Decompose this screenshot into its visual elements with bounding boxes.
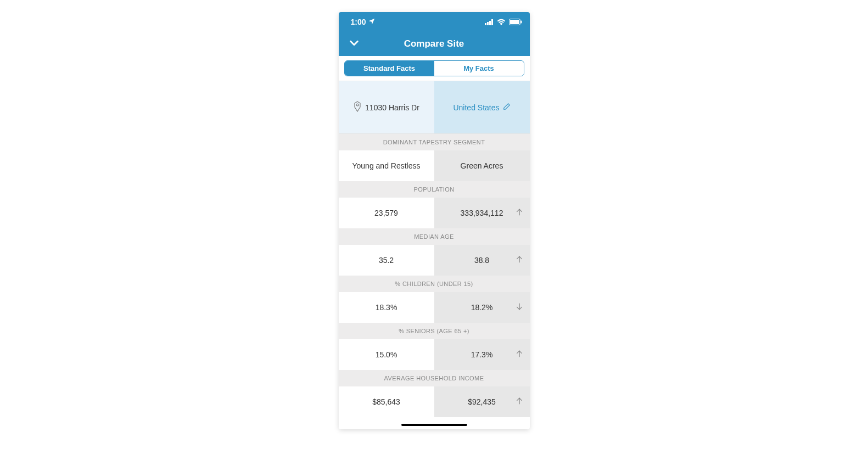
content-scroll[interactable]: 11030 Harris Dr United States DOMINANT T…: [339, 81, 530, 429]
section-header: POPULATION: [339, 181, 530, 198]
trend-up-icon: [516, 350, 523, 360]
location-services-icon: [368, 18, 375, 26]
pin-icon: [353, 101, 362, 114]
site-location-cell: 11030 Harris Dr: [339, 81, 434, 133]
svg-point-7: [356, 104, 359, 106]
chevron-down-icon: [348, 37, 360, 51]
tab-my-facts[interactable]: My Facts: [434, 61, 524, 76]
svg-rect-5: [510, 20, 519, 24]
section-header: % CHILDREN (UNDER 15): [339, 276, 530, 292]
svg-rect-2: [489, 21, 491, 25]
site-value-cell: 18.3%: [339, 292, 434, 323]
compare-value: 18.2%: [471, 303, 493, 312]
section-header: DOMINANT TAPESTRY SEGMENT: [339, 134, 530, 150]
status-time: 1:00: [351, 18, 366, 26]
site-value-cell: Young and Restless: [339, 150, 434, 181]
segmented-control: Standard Facts My Facts: [344, 60, 524, 76]
site-value-cell: $85,643: [339, 386, 434, 417]
trend-up-icon: [516, 209, 523, 218]
compare-value: 38.8: [474, 256, 489, 265]
svg-rect-1: [487, 22, 489, 25]
nav-bar: Compare Site: [339, 32, 530, 56]
site-location-label: 11030 Harris Dr: [365, 103, 419, 112]
site-value: 35.2: [379, 256, 394, 265]
trend-down-icon: [516, 303, 523, 312]
compare-value-cell: 333,934,112: [434, 198, 530, 228]
home-indicator[interactable]: [401, 424, 467, 426]
comparison-sections: DOMINANT TAPESTRY SEGMENTYoung and Restl…: [339, 134, 530, 417]
page-title: Compare Site: [404, 38, 464, 49]
site-value: 23,579: [374, 209, 398, 217]
site-value: 18.3%: [376, 303, 397, 312]
compare-location-label: United States: [453, 103, 499, 112]
cellular-signal-icon: [485, 19, 494, 25]
data-row: 23,579333,934,112: [339, 198, 530, 228]
compare-value: Green Acres: [461, 161, 503, 170]
data-row: 18.3%18.2%: [339, 292, 530, 323]
trend-up-icon: [516, 256, 523, 265]
site-value-cell: 15.0%: [339, 339, 434, 370]
data-row: Young and RestlessGreen Acres: [339, 150, 530, 181]
data-row: 35.238.8: [339, 245, 530, 276]
compare-value: 17.3%: [471, 350, 493, 359]
compare-value-cell: Green Acres: [434, 150, 530, 181]
edit-icon: [503, 103, 511, 112]
site-value: 15.0%: [376, 350, 397, 359]
site-value: Young and Restless: [352, 161, 420, 170]
site-value-cell: 23,579: [339, 198, 434, 228]
trend-up-icon: [516, 397, 523, 407]
battery-icon: [509, 19, 522, 25]
location-comparison-header: 11030 Harris Dr United States: [339, 81, 530, 134]
phone-frame: 1:00: [339, 12, 530, 429]
svg-rect-6: [520, 21, 522, 24]
data-row: $85,643$92,435: [339, 386, 530, 417]
status-right: [485, 19, 522, 25]
collapse-button[interactable]: [343, 32, 365, 56]
svg-rect-3: [491, 19, 493, 25]
status-left: 1:00: [351, 18, 375, 26]
section-header: MEDIAN AGE: [339, 228, 530, 245]
status-bar: 1:00: [339, 12, 530, 32]
tab-standard-facts[interactable]: Standard Facts: [345, 61, 434, 76]
section-header: % SENIORS (AGE 65 +): [339, 323, 530, 339]
data-row: 15.0%17.3%: [339, 339, 530, 370]
site-value-cell: 35.2: [339, 245, 434, 276]
wifi-icon: [497, 19, 506, 25]
segmented-control-container: Standard Facts My Facts: [339, 56, 530, 81]
compare-value-cell: 17.3%: [434, 339, 530, 370]
section-header: AVERAGE HOUSEHOLD INCOME: [339, 370, 530, 386]
compare-value-cell: 18.2%: [434, 292, 530, 323]
compare-value: $92,435: [468, 397, 496, 406]
site-value: $85,643: [372, 397, 400, 406]
compare-value-cell: $92,435: [434, 386, 530, 417]
compare-location-cell[interactable]: United States: [434, 81, 530, 133]
compare-value-cell: 38.8: [434, 245, 530, 276]
compare-value: 333,934,112: [461, 209, 503, 217]
svg-rect-0: [485, 23, 486, 25]
